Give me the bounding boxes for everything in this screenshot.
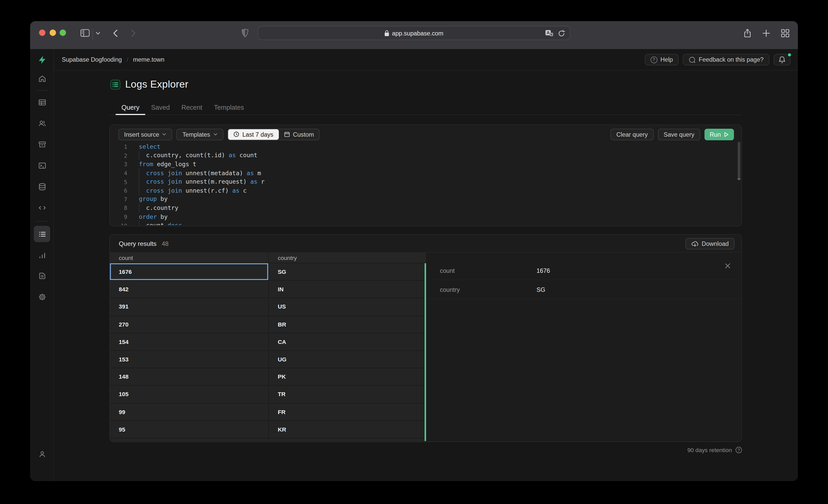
templates-label: Templates [182, 131, 210, 137]
forward-icon[interactable] [130, 29, 136, 38]
cell-country[interactable]: BR [269, 316, 426, 333]
notifications-button[interactable] [774, 54, 790, 65]
cell-count[interactable]: 105 [110, 386, 269, 403]
download-button[interactable]: Download [685, 238, 734, 249]
code-line-9[interactable]: 9order by [110, 213, 737, 221]
cell-count[interactable]: 842 [110, 281, 269, 298]
sidebar-item-storage[interactable] [34, 136, 50, 152]
cell-count[interactable]: 153 [110, 351, 269, 368]
share-icon[interactable] [743, 29, 751, 38]
clock-icon [233, 131, 239, 137]
code-line-7[interactable]: 7group by [110, 195, 737, 204]
close-window-button[interactable] [39, 30, 45, 36]
sidebar-item-table-editor[interactable] [34, 94, 50, 110]
tab-recent[interactable]: Recent [176, 101, 208, 114]
breadcrumb-separator: / [127, 56, 128, 63]
cell-country[interactable]: UG [269, 351, 426, 368]
sidebar-divider [37, 221, 48, 221]
cell-count[interactable]: 99 [110, 403, 269, 420]
code-line-1[interactable]: 1select [110, 142, 737, 151]
clear-query-button[interactable]: Clear query [611, 129, 653, 140]
run-button[interactable]: Run [704, 129, 734, 140]
feedback-label: Feedback on this page? [699, 56, 763, 63]
cell-count[interactable]: 95 [110, 421, 269, 438]
translate-icon[interactable]: A★ [545, 29, 553, 37]
code-text: order by [139, 214, 168, 220]
code-line-10[interactable]: 10 count desc [110, 221, 737, 225]
sidebar-toggle-icon[interactable] [80, 29, 90, 37]
code-line-2[interactable]: 2 c.country, count(t.id) as count [110, 151, 737, 160]
cell-country[interactable]: US [269, 298, 426, 315]
code-line-8[interactable]: 8 c.country [110, 204, 737, 213]
cell-country[interactable]: SG [269, 263, 426, 280]
cell-count[interactable]: 1676 [110, 263, 269, 280]
supabase-logo-icon[interactable] [38, 55, 47, 64]
cell-count[interactable]: 391 [110, 298, 269, 315]
cell-count[interactable]: 270 [110, 316, 269, 333]
sidebar-item-docs[interactable] [34, 267, 50, 284]
cell-country[interactable]: KR [269, 421, 426, 438]
feedback-button[interactable]: Feedback on this page? [683, 54, 770, 65]
cell-country[interactable]: IN [269, 281, 426, 298]
sidebar-chevron-down-icon[interactable] [96, 32, 100, 35]
breadcrumb-project[interactable]: Supabase Dogfooding [62, 56, 122, 63]
cell-country[interactable]: PK [269, 368, 426, 385]
code-text: group by [139, 196, 168, 203]
sidebar-item-logs-explorer[interactable] [34, 226, 50, 242]
sidebar-item-api[interactable] [34, 199, 50, 216]
detail-field-country: countrySG [426, 280, 741, 299]
sidebar-item-authentication[interactable] [34, 115, 50, 132]
editor-scrollbar[interactable] [738, 141, 740, 225]
tab-saved[interactable]: Saved [145, 101, 176, 114]
date-range-control: Last 7 days Custom [227, 129, 320, 140]
run-label: Run [710, 131, 721, 137]
zoom-window-button[interactable] [60, 30, 66, 36]
code-line-4[interactable]: 4 cross join unnest(metadata) as m [110, 169, 737, 178]
reload-icon[interactable] [558, 29, 565, 37]
sidebar-item-reports[interactable] [34, 247, 50, 263]
code-line-5[interactable]: 5 cross join unnest(m.request) as r [110, 178, 737, 186]
chevron-down-icon [162, 133, 166, 135]
url-bar[interactable]: app.supabase.com A★ [258, 26, 570, 40]
tab-overview-icon[interactable] [781, 29, 789, 38]
line-number: 10 [110, 223, 127, 225]
close-icon[interactable] [724, 262, 731, 270]
help-button[interactable]: ? Help [645, 54, 679, 65]
cell-count[interactable] [110, 438, 269, 442]
cell-count[interactable]: 148 [110, 368, 269, 385]
minimize-window-button[interactable] [50, 30, 56, 36]
cell-country[interactable]: CA [269, 333, 426, 350]
tab-query[interactable]: Query [116, 101, 145, 114]
templates-button[interactable]: Templates [177, 129, 223, 140]
retention-help-icon[interactable]: ? [736, 447, 742, 453]
table-row: 842IN [110, 281, 426, 298]
line-number: 1 [110, 144, 127, 150]
range-custom[interactable]: Custom [279, 129, 319, 139]
breadcrumb-page[interactable]: meme.town [133, 56, 164, 63]
cell-country[interactable]: FR [269, 403, 426, 420]
range-last-7-days[interactable]: Last 7 days [228, 129, 279, 139]
app-header: Supabase Dogfooding / meme.town ? Help F… [54, 49, 798, 71]
cell-count[interactable]: 154 [110, 333, 269, 350]
code-line-3[interactable]: 3from edge_logs t [110, 160, 737, 169]
table-row: 1676SG [110, 263, 426, 281]
table-row: 95KR [110, 421, 426, 438]
back-icon[interactable] [112, 29, 118, 38]
sidebar-item-account[interactable] [34, 446, 50, 462]
tab-templates[interactable]: Templates [208, 101, 250, 114]
column-header-count[interactable]: count [110, 253, 269, 263]
sidebar-item-home[interactable] [34, 70, 50, 87]
insert-source-button[interactable]: Insert source [118, 129, 172, 140]
sidebar-item-sql-editor[interactable] [34, 157, 50, 174]
column-header-country[interactable]: country [269, 253, 426, 263]
cell-country[interactable]: TR [269, 386, 426, 403]
cell-country[interactable] [269, 438, 426, 442]
editor-scrollbar-thumb[interactable] [738, 142, 740, 180]
code-line-6[interactable]: 6 cross join unnest(r.cf) as c [110, 186, 737, 195]
new-tab-icon[interactable] [762, 30, 770, 37]
save-query-button[interactable]: Save query [658, 129, 700, 140]
sql-editor[interactable]: 1select2 c.country, count(t.id) as count… [110, 141, 737, 225]
sidebar-item-database[interactable] [34, 178, 50, 195]
privacy-shield-icon[interactable] [241, 29, 249, 38]
sidebar-item-settings[interactable] [34, 288, 50, 305]
